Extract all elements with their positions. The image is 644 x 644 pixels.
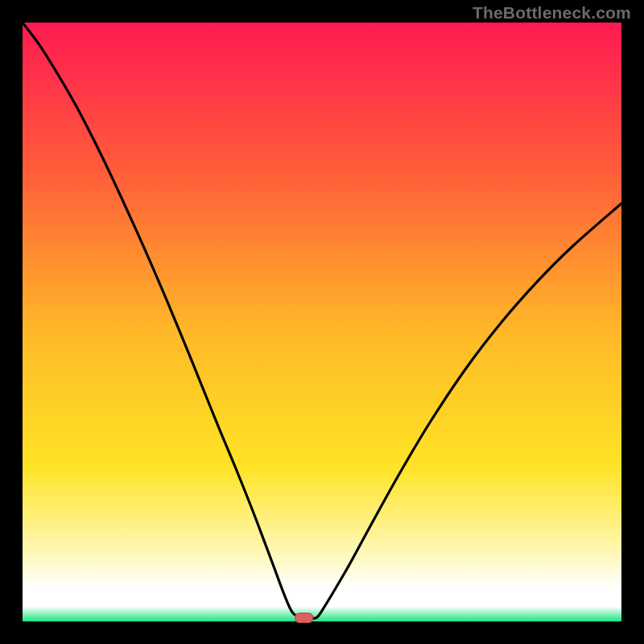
plot-gradient-background — [23, 23, 621, 621]
vertex-marker — [295, 613, 313, 623]
chart-frame: { "watermark": "TheBottleneck.com", "col… — [0, 0, 644, 644]
bottleneck-chart — [0, 0, 644, 644]
